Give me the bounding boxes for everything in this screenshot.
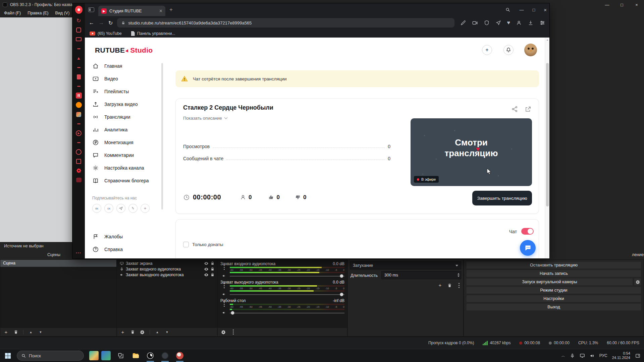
only-donations-checkbox[interactable] <box>183 242 189 247</box>
task-view-icon[interactable] <box>116 351 125 360</box>
yandex-icon[interactable]: Я <box>75 93 83 99</box>
shield-icon[interactable] <box>484 20 490 26</box>
taskbar-search[interactable]: Поиск <box>17 351 84 361</box>
bookmark-control-panel[interactable]: Панель управлени... <box>131 31 175 36</box>
support-chat-fab[interactable] <box>520 240 536 256</box>
back-icon[interactable]: ← <box>89 20 94 26</box>
ok-icon[interactable]: ок <box>104 204 113 213</box>
music-icon[interactable] <box>75 102 83 108</box>
address-bar[interactable]: studio.rutube.ru/stream/ec6157403a9de6a3… <box>117 18 454 27</box>
more-icon[interactable]: ••• <box>75 250 83 256</box>
start-button[interactable] <box>0 349 15 362</box>
speaker-icon[interactable] <box>222 274 226 278</box>
browser-close-button[interactable]: × <box>544 7 547 13</box>
obs-close-button[interactable]: × <box>629 0 644 10</box>
menu-tune-icon[interactable] <box>539 20 545 26</box>
telegram-icon[interactable] <box>116 204 125 213</box>
add-scene-button[interactable]: + <box>4 329 8 335</box>
sidebar-item-streams[interactable]: Трансляции <box>89 111 162 123</box>
tray-volume-icon[interactable] <box>590 353 595 358</box>
language-indicator[interactable]: РУС <box>599 353 607 358</box>
virtual-camera-gear-icon[interactable] <box>634 278 641 286</box>
only-donations-option[interactable]: Только донаты <box>183 242 223 247</box>
new-tab-button[interactable]: + <box>169 6 173 13</box>
downloads-icon[interactable] <box>528 20 534 26</box>
obs-minimize-button[interactable]: — <box>600 0 614 10</box>
tray-mic-icon[interactable] <box>570 353 575 358</box>
source-down-button[interactable]: ▼ <box>165 329 169 335</box>
gear-icon[interactable] <box>75 168 83 174</box>
taskbar-clock[interactable]: 0:54 24.11.2024 <box>612 351 630 360</box>
assistant-icon[interactable] <box>75 5 83 14</box>
notification-center-icon[interactable] <box>635 353 641 359</box>
page-scrollbar[interactable]: ▲ <box>545 38 549 258</box>
remove-transition-button[interactable] <box>447 283 452 288</box>
source-up-button[interactable]: ▲ <box>155 329 160 335</box>
tray-display-icon[interactable] <box>580 353 585 358</box>
chat-toggle[interactable] <box>521 228 534 235</box>
scrollbar-thumb[interactable] <box>546 63 549 206</box>
sidebar-item-upload[interactable]: Загрузка видео <box>89 98 162 111</box>
rutube-studio-logo[interactable]: RUTUBE Studio <box>95 46 153 54</box>
end-stream-button[interactable]: Завершить трансляцию <box>472 191 532 205</box>
obs-menu-view[interactable]: Вид (V) <box>52 9 73 17</box>
scene-down-button[interactable]: ▼ <box>38 329 43 335</box>
obs-menu-file[interactable]: Файл (F) <box>1 9 24 17</box>
viber-icon[interactable] <box>128 204 138 213</box>
obs-menu-edit[interactable]: Правка (E) <box>24 9 52 17</box>
widget-thumbnail-icon[interactable] <box>89 351 99 360</box>
share-icon[interactable] <box>511 106 518 113</box>
source-row[interactable]: Захват входного аудиопотока <box>117 266 217 272</box>
bookmark-youtube[interactable]: (65) YouTube <box>90 31 122 36</box>
source-row[interactable]: Захват выходного аудиопотока <box>117 272 217 278</box>
edit-icon[interactable] <box>460 20 466 26</box>
volume-slider[interactable] <box>230 274 344 278</box>
obs-preview-canvas[interactable] <box>0 17 85 242</box>
video-camera-icon[interactable] <box>472 20 478 26</box>
stop-stream-button[interactable]: Остановить трансляцию <box>466 261 641 269</box>
channel-menu-icon[interactable] <box>224 267 225 268</box>
tab-studio-rutube[interactable]: ▶ Студия RUTUBE × <box>98 6 165 16</box>
sidebar-item-channel-settings[interactable]: Настройка канала <box>89 162 162 174</box>
volume-slider[interactable] <box>230 292 344 297</box>
sidebar-item-complaints[interactable]: Жалобы <box>89 230 162 243</box>
box-icon[interactable] <box>75 158 83 164</box>
scroll-up-arrow-icon[interactable]: ▲ <box>545 39 549 41</box>
show-description-link[interactable]: Показать описание <box>183 116 227 121</box>
volume-slider[interactable] <box>230 311 344 315</box>
start-record-button[interactable]: Начать запись <box>466 270 641 277</box>
send-icon[interactable] <box>495 20 501 26</box>
more-social-icon[interactable]: + <box>141 204 150 213</box>
channel-menu-icon[interactable] <box>224 285 225 286</box>
sidebar-item-help[interactable]: Справка <box>89 243 162 256</box>
mixer-settings-gear-icon[interactable] <box>221 329 226 335</box>
scene-item[interactable]: Сцена <box>0 260 116 267</box>
favorites-heart-icon[interactable]: ♥ <box>507 20 511 26</box>
obs-maximize-button[interactable]: □ <box>614 0 629 10</box>
studio-mode-button[interactable]: Режим студии <box>466 287 641 294</box>
duration-spinner[interactable]: 300 ms <box>381 271 461 279</box>
lock-icon[interactable] <box>211 267 214 271</box>
lock-icon[interactable] <box>211 261 214 265</box>
remove-scene-button[interactable] <box>13 329 18 335</box>
virtual-camera-button[interactable]: Запуск виртуальной камеры <box>466 278 633 286</box>
stream-preview[interactable]: Смотри трансляцию В эфире <box>411 118 532 186</box>
transition-select[interactable]: Затухание <box>350 261 461 269</box>
external-link-icon[interactable] <box>525 106 532 113</box>
widget-thumbnail-icon[interactable] <box>101 351 111 360</box>
likes-counter[interactable]: 0 <box>268 194 280 201</box>
settings-button[interactable]: Настройки <box>466 295 641 302</box>
source-properties-gear-icon[interactable] <box>140 329 145 335</box>
basket-icon[interactable] <box>75 27 83 33</box>
browser-minimize-button[interactable]: — <box>519 7 524 12</box>
sidebar-item-analytics[interactable]: Аналитика <box>89 123 162 136</box>
add-source-button[interactable]: + <box>120 329 125 335</box>
mountain-icon[interactable]: ▲ <box>75 55 83 61</box>
obs-taskbar-icon[interactable] <box>146 351 155 360</box>
sidebar-item-playlists[interactable]: Плейлисты <box>89 85 162 98</box>
eye-icon[interactable] <box>204 261 209 266</box>
browser-maximize-button[interactable]: □ <box>532 7 535 12</box>
tab-close-icon[interactable]: × <box>159 8 162 14</box>
vk-icon[interactable]: вк <box>92 204 101 213</box>
tab-search-icon[interactable] <box>505 7 511 12</box>
